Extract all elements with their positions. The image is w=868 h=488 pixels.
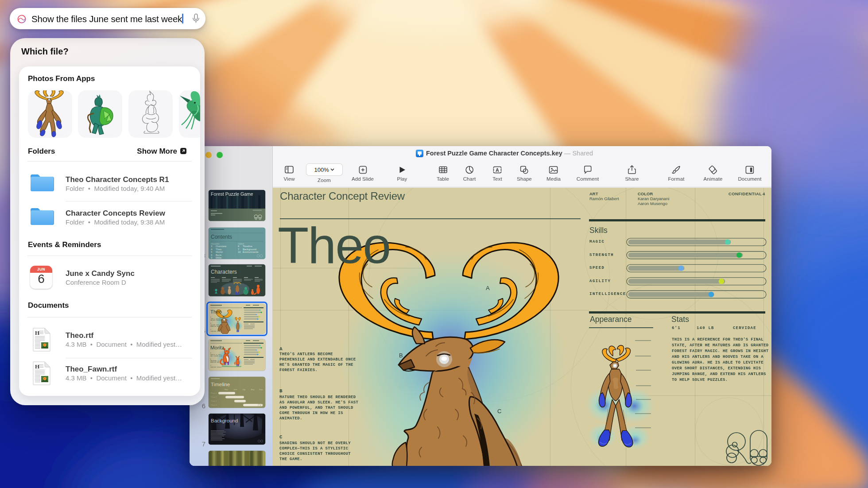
svg-text:SHADING SHOULD: SHADING SHOULD <box>210 367 221 368</box>
svg-text:3: 3 <box>211 245 212 248</box>
svg-text:Background: Background <box>211 418 238 423</box>
svg-text:Phase 3: Phase 3 <box>211 400 217 402</box>
svg-text:10: 10 <box>238 251 240 253</box>
svg-text:Boris: Boris <box>216 254 221 256</box>
svg-text:Millie: Millie <box>216 256 221 259</box>
svg-text:H: H <box>35 363 39 370</box>
svg-text:ANGULAR AND: ANGULAR AND <box>210 326 219 327</box>
svg-text:Background: Background <box>243 248 256 251</box>
svg-text:C: C <box>210 329 211 330</box>
svg-text:B: B <box>210 323 211 324</box>
svg-text:May: May <box>225 388 228 391</box>
svg-text:Aug: Aug <box>251 388 254 391</box>
svg-text:5: 5 <box>211 251 212 253</box>
svg-text:A: A <box>210 317 211 318</box>
svg-text:Theo: Theo <box>216 248 221 251</box>
svg-text:Context: Context <box>238 243 244 245</box>
svg-text:6: 6 <box>238 245 239 248</box>
svg-text:SHADING SHOULD: SHADING SHOULD <box>210 331 221 332</box>
svg-text:Phase 4: Phase 4 <box>211 404 217 406</box>
svg-text:AND CLEVER ONCE: AND CLEVER ONCE <box>210 356 222 357</box>
svg-text:Environments: Environments <box>243 251 259 253</box>
svg-text:BECOME PREHENSILE: BECOME PREHENSILE <box>210 320 224 321</box>
svg-text:A: A <box>496 167 499 173</box>
svg-text:B: B <box>210 359 211 360</box>
svg-text:C: C <box>210 365 211 366</box>
svg-text:Sept: Sept <box>259 388 263 391</box>
svg-text:Phase 1: Phase 1 <box>211 392 217 394</box>
svg-text:ANGULAR AND: ANGULAR AND <box>210 362 219 363</box>
svg-text:June: June <box>233 388 237 391</box>
svg-text:9: 9 <box>211 256 212 259</box>
svg-text:Forest Puzzle Game: Forest Puzzle Game <box>211 191 253 197</box>
svg-text:Moritz: Moritz <box>216 251 223 253</box>
svg-text:Timeline: Timeline <box>211 382 230 387</box>
svg-text:Theo: Theo <box>210 309 222 314</box>
svg-text:8: 8 <box>211 254 212 256</box>
svg-text:A: A <box>210 352 211 354</box>
svg-text:Characters: Characters <box>211 269 237 275</box>
svg-text:Contents: Contents <box>211 234 232 240</box>
svg-text:7: 7 <box>238 248 239 251</box>
svg-text:Moritz: Moritz <box>210 345 225 350</box>
svg-text:Overview: Overview <box>216 245 227 248</box>
svg-text:Timeline: Timeline <box>243 245 252 248</box>
svg-text:July: July <box>242 388 245 391</box>
svg-text:Phase 2: Phase 2 <box>211 396 217 398</box>
svg-text:H: H <box>35 329 39 336</box>
